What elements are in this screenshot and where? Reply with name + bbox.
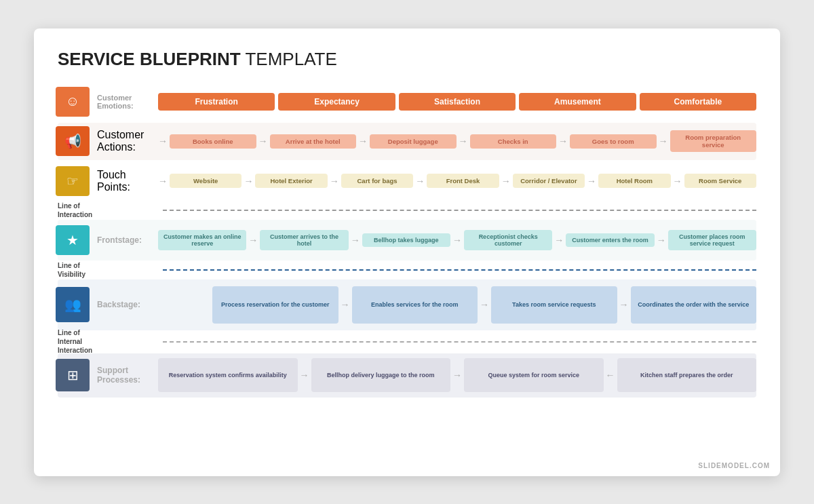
emotions-row: ☺ Customer Emotions: Frustration Expecta… (58, 82, 756, 121)
sp-reservation: Reservation system confirms availability (158, 358, 298, 392)
tp-arrow-0: → (158, 176, 168, 187)
bs-arrow-0: → (341, 299, 350, 310)
emotion-frustration: Frustration (158, 93, 275, 111)
fs-arrow-4: → (657, 235, 666, 246)
tp-arrow-5: → (587, 176, 596, 187)
backstage-label-cell: Backstage: (97, 279, 158, 330)
tp-arrow-4: → (501, 176, 511, 187)
touchpoints-icon: ☞ (56, 166, 90, 196)
touchpoints-icon-cell: ☞ (58, 161, 93, 201)
emotions-content: Frustration Expectancy Satisfaction Amus… (158, 82, 756, 121)
fs-service-request: Customer places room service request (668, 230, 756, 250)
tp-hotel-room: Hotel Room (598, 174, 670, 188)
support-label: Support Processes: (97, 366, 158, 385)
arrow-4: → (558, 136, 568, 147)
emotions-label: Customer Emotions: (97, 94, 158, 110)
actions-label-cell: Customer Actions: (97, 123, 158, 160)
support-icon: ⊞ (56, 359, 90, 391)
frontstage-row: ★ Frontstage: Customer makes an online r… (58, 220, 756, 260)
touchpoints-row: ☞ Touch Points: → Website → Hotel Exteri… (58, 161, 756, 201)
sp-arrow-2: ← (606, 370, 615, 381)
slide-container: SERVICE BLUEPRINT TEMPLATE ☺ Customer Em… (34, 28, 780, 476)
sp-kitchen: Kitchen staff prepares the order (617, 358, 757, 392)
bs-reservation: Process reservation for the customer (212, 286, 338, 324)
bs-enables-services: Enables services for the room (352, 286, 478, 324)
emotions-icon: ☺ (56, 87, 90, 117)
fs-receptionist: Receptionist checks customer (464, 230, 552, 250)
backstage-icon: 👥 (56, 287, 90, 322)
support-icon-cell: ⊞ (58, 353, 93, 398)
tp-cart-for-bags: Cart for bags (341, 174, 413, 188)
action-goes-to-room: Goes to room (570, 134, 657, 149)
action-preparation: Room preparation service (670, 130, 757, 152)
tp-arrow-3: → (415, 176, 425, 187)
fs-arrow-1: → (351, 235, 360, 246)
tp-room-service: Room Service (684, 174, 756, 188)
action-deposit: Deposit luggage (370, 134, 457, 149)
bs-arrow-2: → (619, 299, 629, 310)
frontstage-label: Frontstage: (97, 235, 142, 245)
backstage-icon-cell: 👥 (58, 279, 93, 330)
line-internal-dash (163, 341, 756, 343)
line-internal-row: Line ofInternalInteraction (58, 332, 756, 352)
line-visibility-row: Line ofVisibility (58, 262, 756, 278)
fs-arrow-3: → (554, 235, 564, 246)
arrow-2: → (358, 136, 368, 147)
frontstage-icon-cell: ★ (58, 220, 93, 260)
touchpoints-label: Touch Points: (97, 169, 158, 193)
bs-coordinates: Coordinates the order with the service (631, 286, 757, 324)
actions-icon-cell: 📢 (58, 123, 93, 160)
line-visibility-label: Line ofVisibility (58, 261, 163, 279)
support-row: ⊞ Support Processes: Reservation system … (58, 353, 756, 398)
action-checks-in: Checks in (470, 134, 557, 149)
arrow-3: → (459, 136, 468, 147)
sp-arrow-1: → (452, 370, 462, 381)
actions-label: Customer Actions: (97, 129, 158, 153)
tp-arrow-6: → (673, 176, 682, 187)
sp-bellhop: Bellhop delivery luggage to the room (311, 358, 451, 392)
touchpoints-content: → Website → Hotel Exterior → Cart for ba… (158, 161, 756, 201)
tp-arrow-2: → (330, 176, 339, 187)
tp-hotel-exterior: Hotel Exterior (255, 174, 327, 188)
arrow-5: → (659, 136, 668, 147)
support-content: Reservation system confirms availability… (158, 353, 756, 398)
fs-enters-room: Customer enters the room (566, 233, 654, 247)
title-regular: TEMPLATE (241, 49, 337, 69)
frontstage-content: Customer makes an online reserve → Custo… (158, 220, 756, 260)
line-visibility-dash (163, 269, 756, 271)
tp-corridor: Corridor / Elevator (513, 174, 585, 188)
emotions-icon-cell: ☺ (58, 82, 93, 121)
tp-arrow-1: → (244, 176, 253, 187)
actions-content: → Books online → Arrive at the hotel → D… (158, 123, 756, 160)
backstage-row: 👥 Backstage: Process reservation for the… (58, 279, 756, 330)
touchpoints-label-cell: Touch Points: (97, 161, 158, 201)
bs-takes-requests: Takes room service requests (491, 286, 617, 324)
backstage-content: Process reservation for the customer → E… (158, 279, 756, 330)
sp-arrow-0: → (300, 370, 309, 381)
frontstage-icon: ★ (56, 225, 90, 255)
fs-arrow-0: → (248, 235, 258, 246)
line-interaction-dash (163, 210, 756, 211)
line-interaction-row: Line ofInteraction (58, 202, 756, 218)
action-arrive: Arrive at the hotel (270, 134, 357, 149)
line-internal-label: Line ofInternalInteraction (58, 328, 163, 355)
arrow-1: → (258, 136, 268, 147)
emotion-satisfaction: Satisfaction (399, 93, 516, 111)
title-bold: SERVICE BLUEPRINT (58, 49, 241, 69)
arrow-0: → (158, 136, 168, 147)
slide-title: SERVICE BLUEPRINT TEMPLATE (58, 49, 756, 70)
backstage-label: Backstage: (97, 300, 140, 309)
actions-icon: 📢 (56, 126, 90, 156)
actions-row: 📢 Customer Actions: → Books online → Arr… (58, 123, 756, 160)
line-interaction-label: Line ofInteraction (58, 201, 163, 219)
emotion-amusement: Amusement (519, 93, 636, 111)
tp-front-desk: Front Desk (427, 174, 499, 188)
fs-bellhop: Bellhop takes luggage (362, 233, 450, 247)
tp-website: Website (170, 174, 241, 188)
emotion-comfortable: Comfortable (640, 93, 756, 111)
fs-arrives: Customer arrives to the hotel (260, 230, 348, 250)
bs-arrow-1: → (480, 299, 489, 310)
action-books-online: Books online (170, 134, 256, 149)
support-label-cell: Support Processes: (97, 353, 158, 398)
fs-arrow-2: → (452, 235, 462, 246)
